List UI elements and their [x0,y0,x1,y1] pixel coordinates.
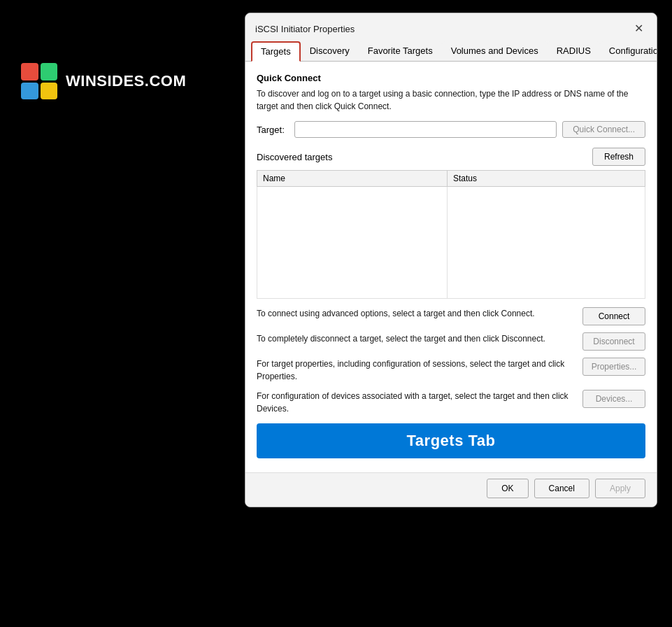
table-empty-row [257,187,645,299]
logo-icon [21,63,57,99]
properties-button[interactable]: Properties... [582,358,645,376]
quick-connect-section: Quick Connect To discover and log on to … [257,73,645,138]
logo-green-square [41,63,58,80]
dialog-footer: OK Cancel Apply [245,472,657,507]
target-row: Target: Quick Connect... [257,121,645,138]
refresh-button[interactable]: Refresh [592,148,645,166]
action-properties-row: For target properties, including configu… [257,358,645,383]
close-button[interactable]: ✕ [630,20,647,37]
target-input[interactable] [294,121,557,138]
title-bar: iSCSI Initiator Properties ✕ [245,13,657,37]
action-connect-row: To connect using advanced options, selec… [257,307,645,325]
action-disconnect-row: To completely disconnect a target, selec… [257,332,645,351]
tab-favorite-targets[interactable]: Favorite Targets [359,41,442,61]
discovered-targets-label: Discovered targets [257,152,332,162]
apply-button[interactable]: Apply [595,479,645,498]
tab-targets[interactable]: Targets [251,41,301,62]
col-name: Name [257,171,448,187]
properties-desc: For target properties, including configu… [257,358,576,383]
tab-bar: Targets Discovery Favorite Targets Volum… [245,37,657,62]
connect-button[interactable]: Connect [582,307,645,325]
connect-desc: To connect using advanced options, selec… [257,307,576,320]
target-label: Target: [257,125,289,135]
ok-button[interactable]: OK [487,479,528,498]
quick-connect-title: Quick Connect [257,73,645,83]
col-status: Status [447,171,645,187]
tab-discovery[interactable]: Discovery [301,41,359,61]
tab-configuration[interactable]: Configuration [600,41,657,61]
disconnect-desc: To completely disconnect a target, selec… [257,332,576,345]
quick-connect-desc: To discover and log on to a target using… [257,87,645,113]
targets-table: Name Status [257,170,645,299]
discovered-header: Discovered targets Refresh [257,148,645,166]
cancel-button[interactable]: Cancel [534,479,589,498]
tab-volumes-devices[interactable]: Volumes and Devices [442,41,548,61]
tab-radius[interactable]: RADIUS [548,41,600,61]
quick-connect-button[interactable]: Quick Connect... [562,121,645,138]
dialog-title: iSCSI Initiator Properties [255,24,355,34]
action-devices-row: For configuration of devices associated … [257,390,645,415]
disconnect-button[interactable]: Disconnect [582,332,645,351]
logo-red-square [21,63,38,80]
devices-button[interactable]: Devices... [582,390,645,408]
dialog-window: iSCSI Initiator Properties ✕ Targets Dis… [245,13,657,507]
logo-blue-square [21,83,38,100]
logo-text: WINSIDES.COM [66,72,186,90]
targets-tab-banner: Targets Tab [257,423,645,458]
devices-desc: For configuration of devices associated … [257,390,576,415]
tab-content: Quick Connect To discover and log on to … [245,62,657,472]
discovered-targets-section: Discovered targets Refresh Name Status [257,148,645,299]
logo-area: WINSIDES.COM [21,63,186,99]
logo-yellow-square [41,83,58,100]
